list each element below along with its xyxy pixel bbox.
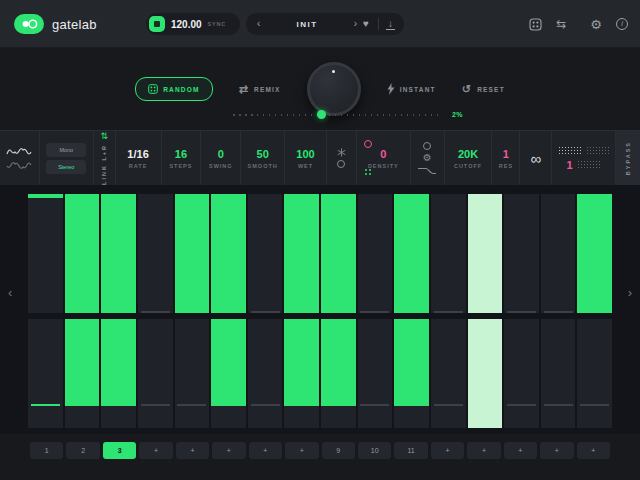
step-bottom-14[interactable] [504, 319, 539, 428]
main-knob[interactable] [307, 62, 361, 116]
preset-prev-button[interactable]: ‹ [254, 19, 263, 29]
step-bottom-4[interactable] [138, 319, 173, 428]
noise-value[interactable]: 1 [567, 159, 573, 171]
step-top-4[interactable] [138, 194, 173, 313]
instant-button[interactable]: INSTANT [387, 83, 436, 95]
pattern-slot-15[interactable]: + [540, 442, 573, 459]
knob-indicator [332, 70, 335, 73]
filter-gear-icon[interactable]: ⚙ [423, 153, 432, 163]
scatter-icon[interactable] [337, 148, 346, 157]
bypass-button[interactable]: BYPASS [625, 141, 631, 175]
bpm-display[interactable]: 120.00 [171, 19, 202, 30]
step-bottom-10[interactable] [358, 319, 393, 428]
cutoff-value[interactable]: 20K [458, 148, 478, 160]
rate-value[interactable]: 1/16 [127, 148, 148, 160]
step-top-12[interactable] [431, 194, 466, 313]
remix-button[interactable]: ⇄ REMIX [239, 84, 281, 95]
step-bottom-13[interactable] [468, 319, 503, 428]
step-top-10[interactable] [358, 194, 393, 313]
pattern-slot-2[interactable]: 2 [66, 442, 99, 459]
random-button[interactable]: RANDOM [135, 77, 212, 101]
step-top-11[interactable] [394, 194, 429, 313]
wave-top-icon[interactable] [6, 146, 32, 157]
step-top-8[interactable] [284, 194, 319, 313]
res-value[interactable]: 1 [503, 148, 509, 160]
preset-name[interactable]: INIT [263, 20, 350, 29]
info-icon[interactable]: i [616, 18, 628, 30]
step-bottom-3[interactable] [101, 319, 136, 428]
wet-value[interactable]: 100 [296, 148, 314, 160]
settings-gear-icon[interactable]: ⚙ [590, 18, 602, 31]
step-bottom-5[interactable] [175, 319, 210, 428]
noise-swatch-3[interactable] [577, 160, 601, 170]
stereo-button[interactable]: Stereo [46, 160, 86, 174]
filter-curve-icon[interactable] [417, 166, 437, 175]
pattern-slot-10[interactable]: 10 [358, 442, 391, 459]
sync-label[interactable]: SYNC [208, 21, 226, 27]
play-stop-button[interactable] [149, 16, 165, 32]
smooth-value[interactable]: 50 [257, 148, 269, 160]
step-top-15[interactable] [541, 194, 576, 313]
pattern-slot-3[interactable]: 3 [103, 442, 136, 459]
step-bottom-7[interactable] [248, 319, 283, 428]
step-top-3[interactable] [101, 194, 136, 313]
reset-button[interactable]: ↺ RESET [462, 84, 505, 95]
pattern-slot-9[interactable]: 9 [322, 442, 355, 459]
step-bottom-15[interactable] [541, 319, 576, 428]
preset-next-button[interactable]: › [351, 19, 360, 29]
pattern-slot-7[interactable]: + [249, 442, 282, 459]
swing-value[interactable]: 0 [218, 148, 224, 160]
density-value[interactable]: 0 [380, 148, 386, 160]
step-bottom-11[interactable] [394, 319, 429, 428]
circle-icon[interactable] [337, 160, 345, 168]
step-top-16[interactable] [577, 194, 612, 313]
next-page-chevron[interactable]: › [628, 286, 632, 299]
save-download-icon[interactable]: ↓ [385, 19, 396, 29]
pattern-slot-12[interactable]: + [431, 442, 464, 459]
pattern-slot-11[interactable]: 11 [394, 442, 427, 459]
step-bottom-16[interactable] [577, 319, 612, 428]
swap-arrows-icon[interactable]: ⇆ [556, 18, 566, 30]
noise-swatch-2[interactable] [586, 146, 610, 156]
step-bottom-8[interactable] [284, 319, 319, 428]
step-top-2[interactable] [65, 194, 100, 313]
pattern-slot-14[interactable]: + [504, 442, 537, 459]
randomize-amount-row: 2% [28, 110, 640, 119]
density-dice-icon[interactable] [364, 168, 372, 176]
dice-icon[interactable] [529, 18, 542, 31]
prev-page-chevron[interactable]: ‹ [8, 286, 12, 299]
pattern-slot-8[interactable]: + [285, 442, 318, 459]
step-bottom-12[interactable] [431, 319, 466, 428]
pattern-slot-5[interactable]: + [176, 442, 209, 459]
step-top-13[interactable] [468, 194, 503, 313]
mono-button[interactable]: Mono [46, 143, 86, 157]
filter-power-icon[interactable] [423, 142, 431, 150]
pattern-slot-4[interactable]: + [139, 442, 172, 459]
pattern-slot-1[interactable]: 1 [30, 442, 63, 459]
link-arrows-icon[interactable]: ⇅ [100, 131, 108, 141]
step-bottom-1[interactable] [28, 319, 63, 428]
step-top-1[interactable] [28, 194, 63, 313]
amount-slider-handle[interactable] [317, 110, 326, 119]
step-top-9[interactable] [321, 194, 356, 313]
wave-bottom-icon[interactable] [6, 160, 32, 171]
steps-value[interactable]: 16 [175, 148, 187, 160]
step-top-14[interactable] [504, 194, 539, 313]
step-top-6[interactable] [211, 194, 246, 313]
amount-slider[interactable] [233, 110, 438, 119]
noise-swatch-1[interactable] [558, 146, 582, 156]
pattern-slot-16[interactable]: + [577, 442, 610, 459]
step-top-5[interactable] [175, 194, 210, 313]
remix-label: REMIX [254, 86, 281, 93]
step-top-7[interactable] [248, 194, 283, 313]
step-bottom-6[interactable] [211, 319, 246, 428]
gate-bar [211, 194, 246, 313]
pattern-slot-6[interactable]: + [212, 442, 245, 459]
favorite-heart-icon[interactable]: ♥ [360, 19, 372, 29]
step-bottom-2[interactable] [65, 319, 100, 428]
density-ring-icon[interactable] [364, 140, 372, 148]
gate-floor-marker [360, 311, 389, 313]
infinity-icon[interactable]: ∞ [530, 151, 541, 166]
step-bottom-9[interactable] [321, 319, 356, 428]
pattern-slot-13[interactable]: + [467, 442, 500, 459]
